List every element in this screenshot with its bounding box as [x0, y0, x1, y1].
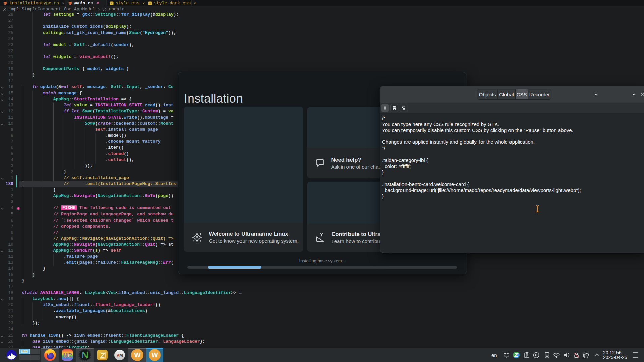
- svg-text:#: #: [149, 2, 151, 5]
- svg-text:#: #: [111, 2, 113, 5]
